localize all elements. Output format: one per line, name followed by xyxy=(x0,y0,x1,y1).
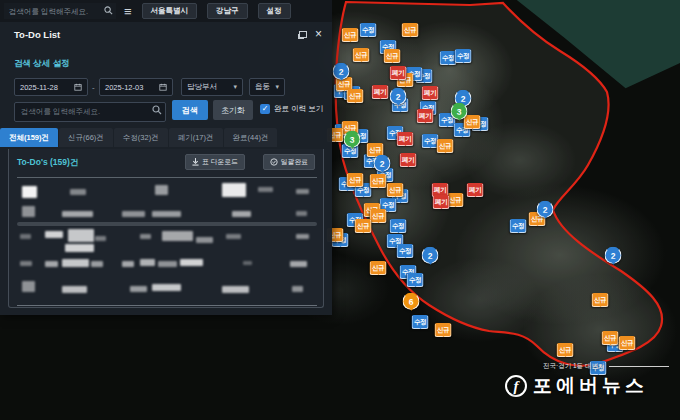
cluster-pin-2[interactable]: 2 xyxy=(605,247,622,264)
map-marker-수정[interactable]: 수정 xyxy=(407,273,424,287)
map-marker-수정[interactable]: 수정 xyxy=(510,219,527,233)
map-marker-신규[interactable]: 신규 xyxy=(353,48,370,62)
map-marker-수정[interactable]: 수정 xyxy=(360,23,377,37)
cluster-pin-3[interactable]: 3 xyxy=(344,131,361,148)
cluster-pin-2[interactable]: 2 xyxy=(374,155,391,172)
map-marker-폐기[interactable]: 폐기 xyxy=(372,85,389,99)
global-search-input[interactable] xyxy=(4,3,116,19)
map-marker-수정[interactable]: 수정 xyxy=(455,49,472,63)
redacted-cell xyxy=(290,261,307,267)
cluster-pin-6[interactable]: 6 xyxy=(403,293,420,310)
map-marker-수정[interactable]: 수정 xyxy=(412,315,429,329)
redacted-cell xyxy=(222,286,249,293)
map-marker-신규[interactable]: 신규 xyxy=(602,331,619,345)
redacted-cell xyxy=(91,261,103,267)
redacted-cell xyxy=(22,206,35,217)
map-marker-신규[interactable]: 신규 xyxy=(342,28,359,42)
redacted-cell xyxy=(20,234,31,239)
redacted-cell xyxy=(296,234,309,239)
map-marker-신규[interactable]: 신규 xyxy=(347,173,364,187)
map-marker-폐기[interactable]: 폐기 xyxy=(422,86,439,100)
map-marker-수정[interactable]: 수정 xyxy=(397,244,414,258)
redacted-cell xyxy=(140,259,155,266)
cluster-pin-2[interactable]: 2 xyxy=(333,63,350,80)
redacted-cell xyxy=(95,236,106,241)
map-marker-폐기[interactable]: 폐기 xyxy=(433,195,450,209)
map-marker-신규[interactable]: 신규 xyxy=(557,343,574,357)
todo-list-panel: To-Do List × 검색 상세 설정 2025-11-28 - 2025-… xyxy=(0,22,332,315)
redacted-cell xyxy=(226,234,241,239)
redacted-cell xyxy=(296,189,309,194)
redacted-cell xyxy=(196,237,213,243)
cluster-pin-2[interactable]: 2 xyxy=(422,247,439,264)
settings-button[interactable]: 설정 xyxy=(258,3,291,19)
redacted-cell xyxy=(258,187,273,192)
cluster-pin-3[interactable]: 3 xyxy=(451,103,468,120)
redacted-cell xyxy=(152,284,181,291)
cluster-pin-2[interactable]: 2 xyxy=(390,88,407,105)
map-marker-신규[interactable]: 신규 xyxy=(435,323,452,337)
city-select-button[interactable]: 서울특별시 xyxy=(142,3,198,19)
redacted-cell xyxy=(68,229,94,242)
redacted-cell xyxy=(65,244,94,252)
map-marker-신규[interactable]: 신규 xyxy=(619,336,636,350)
redacted-cell xyxy=(243,261,252,265)
map-marker-폐기[interactable]: 폐기 xyxy=(417,109,434,123)
map-marker-폐기[interactable]: 폐기 xyxy=(397,132,414,146)
map-marker-폐기[interactable]: 폐기 xyxy=(390,66,407,80)
redacted-cell xyxy=(45,231,63,238)
redacted-cell xyxy=(232,211,251,217)
global-search[interactable] xyxy=(4,3,116,19)
redacted-cell xyxy=(158,261,177,267)
district-select-button[interactable]: 강남구 xyxy=(207,3,248,19)
hamburger-menu-icon[interactable]: ≡ xyxy=(124,5,132,18)
map-marker-신규[interactable]: 신규 xyxy=(370,261,387,275)
map-marker-신규[interactable]: 신규 xyxy=(402,23,419,37)
map-marker-폐기[interactable]: 폐기 xyxy=(400,153,417,167)
redacted-cell xyxy=(130,286,147,292)
app-window: 수정수정수정수정수정수정수정수정수정수정수정수정수정수정수정수정수정수정수정수정… xyxy=(0,0,680,420)
map-marker-수정[interactable]: 수정 xyxy=(590,361,607,375)
redacted-cell xyxy=(180,259,203,266)
redacted-cell xyxy=(62,259,89,267)
redacted-cell xyxy=(296,211,307,216)
redacted-cell xyxy=(162,231,193,241)
redacted-cell xyxy=(292,286,303,292)
redacted-cell xyxy=(140,234,151,239)
map-marker-폐기[interactable]: 폐기 xyxy=(467,183,484,197)
top-toolbar: ≡ 서울특별시 강남구 설정 xyxy=(0,0,332,22)
map-marker-신규[interactable]: 신규 xyxy=(387,183,404,197)
redacted-cell xyxy=(152,211,181,217)
map-marker-수정[interactable]: 수정 xyxy=(390,219,407,233)
redacted-cell xyxy=(20,261,32,266)
redacted-cell xyxy=(70,189,86,195)
redacted-cell xyxy=(45,261,58,267)
redacted-cell xyxy=(122,211,145,217)
cluster-pin-2[interactable]: 2 xyxy=(537,201,554,218)
map-marker-신규[interactable]: 신규 xyxy=(592,293,609,307)
map-marker-신규[interactable]: 신규 xyxy=(384,49,401,63)
redacted-cell xyxy=(222,183,246,197)
search-icon[interactable] xyxy=(104,6,113,15)
map-marker-신규[interactable]: 신규 xyxy=(464,115,481,129)
redacted-cell xyxy=(122,261,134,267)
redacted-cell xyxy=(62,286,87,293)
redacted-cell xyxy=(62,211,93,217)
map-marker-신규[interactable]: 신규 xyxy=(437,139,454,153)
map-marker-신규[interactable]: 신규 xyxy=(347,89,364,103)
map-marker-신규[interactable]: 신규 xyxy=(355,219,372,233)
redacted-rows-layer xyxy=(0,22,332,315)
redacted-cell xyxy=(22,281,35,292)
map-marker-신규[interactable]: 신규 xyxy=(370,209,387,223)
redacted-cell xyxy=(155,185,168,195)
redacted-cell xyxy=(22,186,37,198)
